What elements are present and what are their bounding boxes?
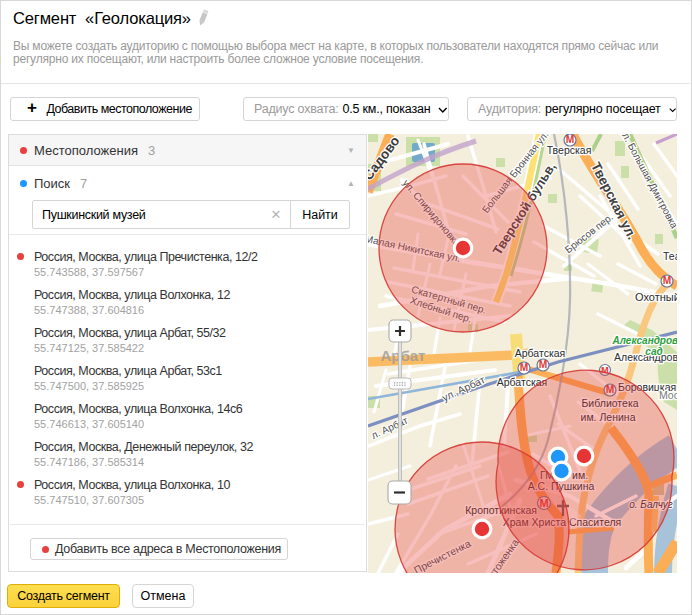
svg-text:Охотный: Охотный — [635, 291, 677, 303]
svg-text:М: М — [663, 275, 672, 286]
svg-text:М: М — [566, 134, 575, 145]
svg-text:М: М — [539, 359, 548, 370]
svg-text:Арбатская: Арбатская — [515, 347, 566, 359]
svg-text:Теа: Теа — [663, 250, 677, 262]
svg-text:Арбат: Арбат — [381, 347, 426, 364]
svg-text:Александровс: Александровс — [612, 335, 677, 346]
svg-text:М: М — [520, 362, 529, 373]
svg-text:сад: сад — [645, 346, 662, 357]
svg-text:Мос: Мос — [659, 389, 677, 401]
